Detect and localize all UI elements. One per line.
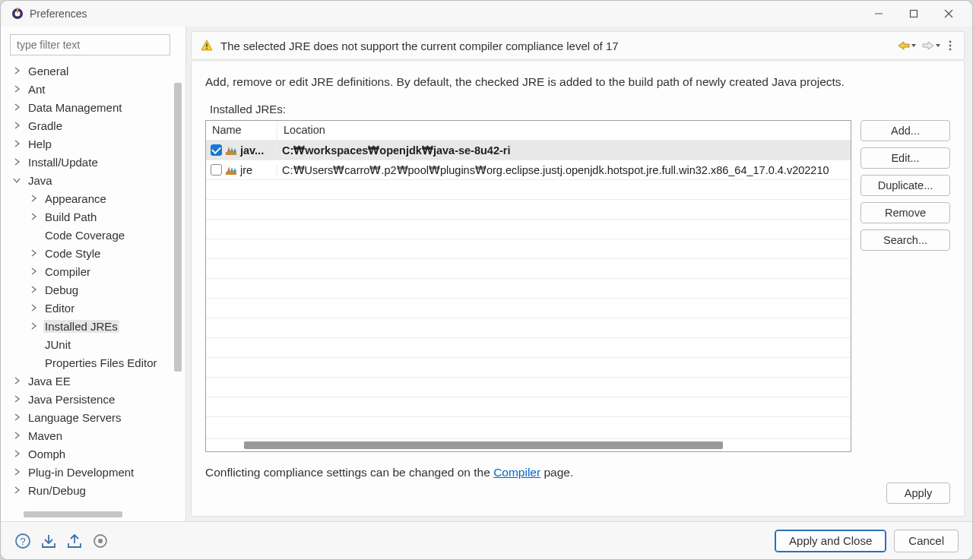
column-location[interactable]: Location bbox=[277, 121, 851, 140]
chevron-right-icon bbox=[28, 266, 39, 277]
maximize-button[interactable] bbox=[896, 3, 931, 24]
banner-message: The selected JRE does not support the cu… bbox=[220, 40, 619, 52]
remove-button[interactable]: Remove bbox=[860, 202, 950, 223]
chevron-right-icon bbox=[28, 357, 39, 368]
tree-item[interactable]: Code Coverage bbox=[7, 226, 182, 244]
jre-checkbox[interactable] bbox=[211, 164, 222, 176]
tree-item[interactable]: Java EE bbox=[7, 372, 182, 390]
jre-icon bbox=[225, 145, 237, 156]
export-icon[interactable] bbox=[66, 533, 83, 549]
tree-item[interactable]: Language Servers bbox=[7, 408, 182, 426]
tree-item[interactable]: Ant bbox=[7, 80, 182, 98]
tree-item[interactable]: Installed JREs bbox=[7, 317, 182, 335]
tree-item-label: Java bbox=[27, 174, 54, 187]
filter-input[interactable] bbox=[10, 34, 170, 55]
search-button[interactable]: Search... bbox=[860, 229, 950, 251]
tree-item[interactable]: Data Management bbox=[7, 98, 182, 116]
preferences-window: Preferences GeneralAntData ManagementGra… bbox=[0, 0, 973, 560]
tree-item[interactable]: Build Path bbox=[7, 207, 182, 226]
tree-item[interactable]: Properties Files Editor bbox=[7, 353, 182, 372]
preferences-tree[interactable]: GeneralAntData ManagementGradleHelpInsta… bbox=[7, 62, 182, 521]
tree-item[interactable]: General bbox=[7, 62, 182, 80]
tree-item[interactable]: Compiler bbox=[7, 262, 182, 280]
nav-forward-button[interactable] bbox=[921, 40, 941, 51]
tree-item[interactable]: Editor bbox=[7, 299, 182, 317]
chevron-right-icon bbox=[28, 321, 39, 331]
svg-text:?: ? bbox=[20, 536, 25, 547]
tree-item-label: Data Management bbox=[27, 101, 123, 114]
table-horizontal-scrollbar[interactable] bbox=[206, 438, 851, 451]
svg-point-17 bbox=[98, 539, 103, 543]
tree-item[interactable]: Plug-in Development bbox=[7, 463, 182, 481]
tree-item-label: Debug bbox=[43, 283, 80, 296]
table-row[interactable]: jreC:₩Users₩carro₩.p2₩pool₩plugins₩org.e… bbox=[206, 160, 851, 180]
tree-item[interactable]: Gradle bbox=[7, 116, 182, 134]
table-row bbox=[206, 220, 851, 239]
tree-item-label: Gradle bbox=[27, 119, 64, 132]
help-icon[interactable]: ? bbox=[14, 533, 31, 549]
tree-item-label: Plug-in Development bbox=[27, 466, 135, 479]
tree-item[interactable]: Help bbox=[7, 134, 182, 153]
tree-item-label: Run/Debug bbox=[27, 484, 87, 497]
tree-item-label: Maven bbox=[27, 429, 64, 442]
chevron-right-icon bbox=[11, 467, 22, 477]
column-name[interactable]: Name bbox=[206, 121, 277, 140]
jre-name: jre bbox=[240, 164, 252, 176]
table-row bbox=[206, 200, 851, 220]
sidebar-horizontal-scrollbar[interactable] bbox=[24, 509, 138, 520]
jre-table[interactable]: Name Location jav...C:₩workspaces₩openjd… bbox=[205, 120, 851, 452]
table-row[interactable]: jav...C:₩workspaces₩openjdk₩java-se-8u42… bbox=[206, 141, 851, 160]
tree-item[interactable]: Debug bbox=[7, 280, 182, 299]
edit-button[interactable]: Edit... bbox=[860, 147, 950, 169]
tree-item-label: Language Servers bbox=[27, 411, 123, 424]
svg-point-9 bbox=[949, 41, 952, 43]
apply-button[interactable]: Apply bbox=[886, 482, 950, 504]
chevron-right-icon bbox=[28, 302, 39, 313]
duplicate-button[interactable]: Duplicate... bbox=[860, 175, 950, 196]
tree-item[interactable]: Oomph bbox=[7, 445, 182, 463]
chevron-right-icon bbox=[11, 157, 22, 167]
tree-item-label: JUnit bbox=[43, 338, 72, 351]
jre-checkbox[interactable] bbox=[211, 144, 222, 156]
tree-item-label: Code Style bbox=[43, 247, 102, 260]
nav-back-button[interactable] bbox=[897, 40, 917, 51]
tree-item[interactable]: Maven bbox=[7, 426, 182, 445]
chevron-right-icon bbox=[11, 448, 22, 459]
chevron-right-icon bbox=[11, 375, 22, 386]
chevron-right-icon bbox=[11, 485, 22, 495]
oomph-icon[interactable] bbox=[92, 533, 109, 549]
table-row bbox=[206, 279, 851, 299]
footer: ? Apply and Close Cancel bbox=[1, 521, 972, 559]
chevron-right-icon bbox=[11, 65, 22, 76]
tree-item[interactable]: Code Style bbox=[7, 244, 182, 262]
minimize-button[interactable] bbox=[861, 3, 896, 24]
chevron-right-icon bbox=[11, 394, 22, 404]
jre-icon bbox=[225, 165, 237, 176]
tree-item[interactable]: Install/Update bbox=[7, 153, 182, 171]
tree-item-label: Install/Update bbox=[27, 156, 100, 169]
table-header: Name Location bbox=[206, 121, 851, 141]
tree-item-label: Code Coverage bbox=[43, 229, 126, 242]
compiler-link[interactable]: Compiler bbox=[493, 466, 540, 479]
tree-item-label: Build Path bbox=[43, 210, 98, 223]
titlebar: Preferences bbox=[1, 1, 972, 27]
svg-point-10 bbox=[949, 45, 952, 47]
tree-item[interactable]: Appearance bbox=[7, 189, 182, 207]
sidebar-vertical-scrollbar[interactable] bbox=[172, 57, 184, 505]
table-row bbox=[206, 397, 851, 417]
jre-location: C:₩Users₩carro₩.p2₩pool₩plugins₩org.ecli… bbox=[282, 164, 829, 176]
tree-item[interactable]: Run/Debug bbox=[7, 481, 182, 499]
import-icon[interactable] bbox=[40, 533, 57, 549]
apply-and-close-button[interactable]: Apply and Close bbox=[775, 530, 886, 552]
tree-item[interactable]: JUnit bbox=[7, 335, 182, 353]
tree-item[interactable]: Java Persistence bbox=[7, 390, 182, 408]
kebab-menu-icon[interactable] bbox=[946, 40, 955, 52]
add-button[interactable]: Add... bbox=[860, 120, 950, 141]
tree-item-label: Ant bbox=[27, 83, 47, 96]
tree-item[interactable]: Java bbox=[7, 171, 182, 189]
cancel-button[interactable]: Cancel bbox=[894, 530, 959, 552]
table-row bbox=[206, 358, 851, 378]
svg-rect-12 bbox=[226, 152, 236, 155]
close-button[interactable] bbox=[931, 3, 966, 24]
app-icon bbox=[11, 8, 24, 20]
